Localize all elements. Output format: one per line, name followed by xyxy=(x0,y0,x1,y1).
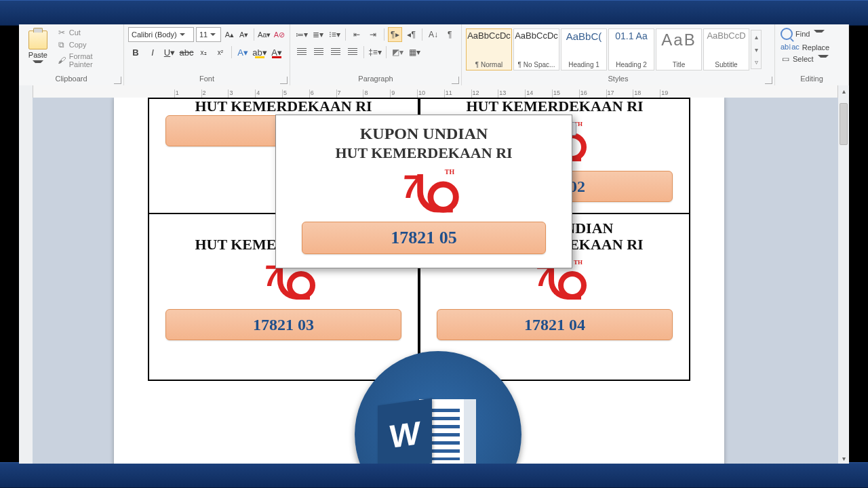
select-button[interactable]: ▭Select xyxy=(779,54,844,64)
italic-button[interactable]: I xyxy=(145,45,160,60)
coupon-title-1: KUPON UNDIAN xyxy=(288,125,559,143)
find-button[interactable]: Find xyxy=(779,27,844,41)
style-name: Heading 2 xyxy=(616,61,647,68)
video-top-bar xyxy=(0,0,868,26)
bullets-button[interactable]: ≔▾ xyxy=(294,27,309,42)
highlight-button[interactable]: ab▾ xyxy=(252,45,267,60)
group-label: Clipboard xyxy=(23,75,119,85)
paste-button[interactable]: Paste xyxy=(23,27,53,72)
coupon-number: 17821 05 xyxy=(391,228,457,248)
justify-icon xyxy=(348,48,357,56)
dialog-launcher-icon[interactable] xyxy=(114,77,121,84)
superscript-button[interactable]: x² xyxy=(213,45,228,60)
vertical-ruler[interactable] xyxy=(19,85,33,464)
dialog-launcher-icon[interactable] xyxy=(280,77,288,84)
ruler-tick: 12 xyxy=(471,89,498,98)
increase-indent-button[interactable]: ⇥ xyxy=(366,27,380,42)
rtl-button[interactable]: ◂¶ xyxy=(404,27,418,42)
font-size-combo[interactable]: 11 xyxy=(196,27,221,42)
font-color-button[interactable]: A▾ xyxy=(269,45,284,60)
line-spacing-button[interactable]: ‡≡▾ xyxy=(368,45,382,60)
styles-gallery-more[interactable]: ▴▾▿ xyxy=(751,30,762,69)
ruler-tick: 11 xyxy=(444,89,471,98)
style-no-spacing[interactable]: AaBbCcDc¶ No Spac... xyxy=(513,28,559,70)
font-name-combo[interactable]: Calibri (Body) xyxy=(128,27,194,42)
borders-button[interactable]: ▦▾ xyxy=(407,45,422,60)
sort-button[interactable]: A↓ xyxy=(426,27,440,42)
align-left-button[interactable] xyxy=(294,45,309,60)
find-label: Find xyxy=(795,30,810,38)
style-subtitle[interactable]: AaBbCcDSubtitle xyxy=(703,28,749,70)
subscript-button[interactable]: x₂ xyxy=(196,45,211,60)
bold-button[interactable]: B xyxy=(128,45,143,60)
align-center-button[interactable] xyxy=(311,45,326,60)
ruler-tick: 1 xyxy=(174,89,201,98)
separator xyxy=(363,46,364,58)
scroll-down-icon[interactable]: ▾ xyxy=(838,453,849,464)
style-name: Title xyxy=(673,61,686,68)
style-sample: 01.1 Aa xyxy=(615,30,648,41)
style-heading-1[interactable]: AaBbC(Heading 1 xyxy=(561,28,607,70)
coupon-number: 17821 04 xyxy=(524,316,585,334)
underline-button[interactable]: U▾ xyxy=(162,45,177,60)
group-label: Editing xyxy=(779,75,844,85)
text-effects-button[interactable]: A▾ xyxy=(235,45,250,60)
change-case-button[interactable]: Aa▾ xyxy=(258,28,271,41)
ruler-tick: 8 xyxy=(363,89,390,98)
font-size-value: 11 xyxy=(199,30,208,39)
scroll-up-icon[interactable]: ▴ xyxy=(838,85,849,96)
paste-icon xyxy=(28,30,47,49)
ruler-tick: 15 xyxy=(552,89,579,98)
chevron-up-icon: ▴ xyxy=(751,30,761,43)
dialog-launcher-icon[interactable] xyxy=(765,77,772,84)
chevron-down-icon xyxy=(33,60,43,68)
shading-button[interactable]: ◩▾ xyxy=(390,45,405,60)
ltr-button[interactable]: ¶▸ xyxy=(388,27,402,42)
style-normal[interactable]: AaBbCcDc¶ Normal xyxy=(466,28,512,70)
word-w-label: W xyxy=(389,413,420,455)
justify-button[interactable] xyxy=(345,45,360,60)
style-name: ¶ No Spac... xyxy=(518,61,555,68)
style-heading-2[interactable]: 01.1 AaHeading 2 xyxy=(608,28,654,70)
grow-font-button[interactable]: A▴ xyxy=(223,28,235,41)
align-center-icon xyxy=(314,48,323,56)
separator xyxy=(386,46,387,58)
strike-button[interactable]: abc xyxy=(179,45,194,60)
style-sample: AaBbC( xyxy=(566,30,602,42)
copy-button[interactable]: ⧉Copy xyxy=(56,39,119,50)
ruler-tick: 6 xyxy=(309,89,336,98)
document-area[interactable]: HUT KEMERDEKAAN RI X HUT KEMERDEKAAN RI … xyxy=(33,98,838,464)
shrink-font-button[interactable]: A▾ xyxy=(237,28,250,41)
find-icon xyxy=(781,28,793,40)
align-left-icon xyxy=(297,48,307,56)
ruler-tick: 16 xyxy=(579,89,606,98)
floating-coupon[interactable]: KUPON UNDIAN HUT KEMERDEKAAN RI 7TH 1782… xyxy=(275,115,572,268)
vertical-scrollbar[interactable]: ▴ ▾ xyxy=(837,85,849,464)
replace-icon: ab⁞ac xyxy=(781,43,800,52)
style-title[interactable]: AaBTitle xyxy=(656,28,702,70)
scroll-thumb[interactable] xyxy=(840,103,848,145)
chevron-down-icon xyxy=(814,30,825,38)
separator xyxy=(345,28,346,41)
select-label: Select xyxy=(793,55,814,63)
cut-button[interactable]: ✂Cut xyxy=(56,27,119,38)
decrease-indent-button[interactable]: ⇤ xyxy=(349,27,363,42)
ruler-tick: 5 xyxy=(282,89,309,98)
show-marks-button[interactable]: ¶ xyxy=(443,27,457,42)
copy-icon: ⧉ xyxy=(57,40,66,49)
format-painter-button[interactable]: 🖌Format Painter xyxy=(56,52,119,69)
clear-formatting-button[interactable]: A⊘ xyxy=(273,28,285,41)
horizontal-ruler[interactable]: 12345678910111213141516171819 xyxy=(33,85,838,98)
align-right-icon xyxy=(331,48,340,56)
numbering-button[interactable]: ≣▾ xyxy=(311,27,325,42)
ruler-tick: 2 xyxy=(201,89,229,98)
video-bottom-bar xyxy=(0,462,868,488)
align-right-button[interactable] xyxy=(328,45,343,60)
word-w-icon: W xyxy=(378,398,432,464)
cut-label: Cut xyxy=(69,28,81,37)
dialog-launcher-icon[interactable] xyxy=(452,77,459,84)
multilevel-button[interactable]: ⁝≡▾ xyxy=(328,27,342,42)
replace-button[interactable]: ab⁞acReplace xyxy=(779,42,844,52)
group-font: Calibri (Body) 11 A▴ A▾ Aa▾ A⊘ B I U▾ ab… xyxy=(124,24,290,85)
ruler-tick: 19 xyxy=(660,89,687,98)
